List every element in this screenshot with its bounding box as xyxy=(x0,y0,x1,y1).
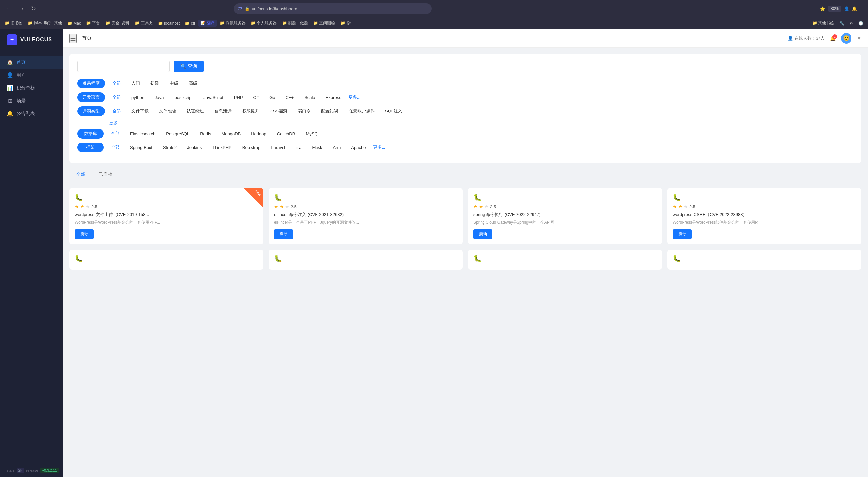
framework-option-springboot[interactable]: Spring Boot xyxy=(127,144,156,151)
framework-option-apache[interactable]: Apache xyxy=(348,144,369,151)
sidebar-item-announcements[interactable]: 🔔 公告列表 xyxy=(0,107,63,120)
bookmark-杂[interactable]: 📁 杂 xyxy=(338,20,352,27)
bookmark-安全资料[interactable]: 📁 安全_资料 xyxy=(103,20,131,27)
framework-more-link[interactable]: 更多... xyxy=(373,145,385,151)
language-option-python[interactable]: python xyxy=(128,94,148,101)
challenge-card-5[interactable]: 🐛 xyxy=(69,250,264,269)
language-option-scala[interactable]: Scala xyxy=(301,94,318,101)
bookmark-gear[interactable]: ⚙ xyxy=(847,21,855,26)
sidebar-item-users[interactable]: 👤 用户 xyxy=(0,69,63,82)
start-button-2[interactable]: 启动 xyxy=(274,229,293,239)
language-option-javascript[interactable]: JavaScript xyxy=(200,94,227,101)
difficulty-option-elementary[interactable]: 初级 xyxy=(147,79,162,88)
sidebar-item-leaderboard[interactable]: 📊 积分总榜 xyxy=(0,82,63,94)
vulntype-option-infoleak[interactable]: 信息泄漏 xyxy=(211,107,235,116)
challenge-card-4[interactable]: 🐛 ★ ★ ★ 2.5 wordpress CSRF（CVE-2022-2398… xyxy=(667,188,861,245)
language-option-php[interactable]: PHP xyxy=(231,94,246,101)
framework-option-thinkphp[interactable]: ThinkPHP xyxy=(209,144,235,151)
framework-filter-label[interactable]: 框架 xyxy=(77,142,104,152)
language-option-cpp[interactable]: C++ xyxy=(282,94,298,101)
language-filter-label[interactable]: 开发语言 xyxy=(77,92,105,102)
bookmark-个人服务器[interactable]: 📁 个人服务器 xyxy=(249,20,279,27)
language-option-postscript[interactable]: postscript xyxy=(171,94,196,101)
framework-option-jira[interactable]: jira xyxy=(292,144,305,151)
framework-option-flask[interactable]: Flask xyxy=(309,144,326,151)
challenge-card-1[interactable]: NEW 🐛 ★ ★ ★ 2.5 wordpress 文件上传（CVE-2019-… xyxy=(69,188,264,245)
language-more-link[interactable]: 更多... xyxy=(348,94,361,100)
database-option-mongodb[interactable]: MongoDB xyxy=(218,130,244,137)
language-option-csharp[interactable]: C# xyxy=(250,94,262,101)
menu-toggle-button[interactable]: ☰ xyxy=(69,34,76,43)
bookmark-mac[interactable]: 📁 Mac xyxy=(65,21,83,26)
database-option-postgresql[interactable]: PostgreSQL xyxy=(163,130,193,137)
bookmark-脚本[interactable]: 📁 脚本_助手_其他 xyxy=(26,20,64,27)
bookmark-settings[interactable]: 🔧 xyxy=(837,21,846,26)
difficulty-option-intermediate[interactable]: 中级 xyxy=(166,79,182,88)
back-button[interactable]: ← xyxy=(4,4,14,13)
bookmark-other[interactable]: 📁 其他书签 xyxy=(810,20,836,27)
database-option-redis[interactable]: Redis xyxy=(197,130,214,137)
vulntype-option-all[interactable]: 全部 xyxy=(109,107,124,116)
vulntype-option-misconfig[interactable]: 配置错误 xyxy=(318,107,342,116)
challenge-card-3[interactable]: 🐛 ★ ★ ★ 2.5 spring 命令执行 (CVE-2022-22947)… xyxy=(468,188,662,245)
bookmark-旧书签[interactable]: 📁 旧书签 xyxy=(3,20,24,27)
bookmark-localhost[interactable]: 📁 localhost xyxy=(156,21,182,26)
difficulty-option-advanced[interactable]: 高级 xyxy=(185,79,201,88)
vulntype-option-account[interactable]: 任意账户操作 xyxy=(346,107,378,116)
bookmark-平台[interactable]: 📁 平台 xyxy=(84,20,102,27)
bookmark-空间测绘[interactable]: 📁 空间测绘 xyxy=(311,20,337,27)
sidebar-item-scenes[interactable]: ⊞ 场景 xyxy=(0,94,63,107)
vulntype-option-sqli[interactable]: SQL注入 xyxy=(382,107,406,116)
database-option-hadoop[interactable]: Hadoop xyxy=(248,130,270,137)
challenge-card-2[interactable]: 🐛 ★ ★ ★ 2.5 elfinder 命令注入 (CVE-2021-3268… xyxy=(269,188,463,245)
database-option-mysql[interactable]: MySQL xyxy=(302,130,323,137)
tab-started[interactable]: 已启动 xyxy=(92,168,119,182)
refresh-button[interactable]: ↻ xyxy=(29,4,38,13)
bookmark-clock[interactable]: 🕐 xyxy=(857,21,865,26)
vulntype-option-privesc[interactable]: 权限提升 xyxy=(239,107,263,116)
start-button-3[interactable]: 启动 xyxy=(473,229,492,239)
search-input[interactable] xyxy=(77,61,169,72)
language-option-express[interactable]: Express xyxy=(322,94,345,101)
forward-button[interactable]: → xyxy=(17,4,26,13)
framework-option-struts2[interactable]: Struts2 xyxy=(160,144,180,151)
vulntype-more-link[interactable]: 更多... xyxy=(109,120,121,125)
framework-option-laravel[interactable]: Laravel xyxy=(268,144,288,151)
bookmark-腾讯服务器[interactable]: 📁 腾讯服务器 xyxy=(218,20,248,27)
database-option-elasticsearch[interactable]: Elasticsearch xyxy=(127,130,159,137)
vulntype-option-weakpwd[interactable]: 弱口令 xyxy=(294,107,314,116)
bookmark-刷题[interactable]: 📁 刷题、做题 xyxy=(280,20,310,27)
framework-option-jenkins[interactable]: Jenkins xyxy=(184,144,205,151)
vulntype-option-xss[interactable]: XSS漏洞 xyxy=(267,107,290,116)
start-button-1[interactable]: 启动 xyxy=(74,229,94,239)
notification-bell[interactable]: 🔔 1 xyxy=(830,36,836,41)
bookmark-ctf[interactable]: 📁 ctf xyxy=(183,21,197,26)
language-option-java[interactable]: Java xyxy=(152,94,167,101)
difficulty-filter-label[interactable]: 难易程度 xyxy=(77,78,105,88)
bookmark-翻译[interactable]: 📝 翻译 xyxy=(198,20,216,27)
address-bar[interactable]: 🛡 🔒 vulfocus.io/#/dashboard xyxy=(234,3,432,14)
framework-option-all[interactable]: 全部 xyxy=(107,143,123,152)
framework-option-arm[interactable]: Arm xyxy=(330,144,344,151)
framework-option-bootstrap[interactable]: Bootstrap xyxy=(239,144,264,151)
avatar-dropdown-icon[interactable]: ▼ xyxy=(857,36,861,41)
challenge-card-8[interactable]: 🐛 xyxy=(667,250,861,269)
challenge-card-7[interactable]: 🐛 xyxy=(468,250,662,269)
vulntype-option-authbypass[interactable]: 认证绕过 xyxy=(184,107,207,116)
zoom-level[interactable]: 80% xyxy=(828,6,841,11)
user-avatar[interactable]: 😊 xyxy=(841,33,851,43)
challenge-card-6[interactable]: 🐛 xyxy=(269,250,463,269)
search-button[interactable]: 🔍 查询 xyxy=(174,61,204,72)
database-filter-label[interactable]: 数据库 xyxy=(77,129,104,138)
start-button-4[interactable]: 启动 xyxy=(673,229,692,239)
vulntype-option-filedownload[interactable]: 文件下载 xyxy=(128,107,152,116)
database-option-all[interactable]: 全部 xyxy=(107,129,123,138)
language-option-all[interactable]: 全部 xyxy=(109,93,124,102)
vulntype-option-fileinclude[interactable]: 文件包含 xyxy=(156,107,180,116)
vulntype-filter-label[interactable]: 漏洞类型 xyxy=(77,106,105,116)
tab-all[interactable]: 全部 xyxy=(69,168,92,182)
bookmark-工具夹[interactable]: 📁 工具夹 xyxy=(133,20,154,27)
sidebar-item-home[interactable]: 🏠 首页 xyxy=(0,56,63,69)
language-option-go[interactable]: Go xyxy=(266,94,278,101)
database-option-couchdb[interactable]: CouchDB xyxy=(274,130,299,137)
